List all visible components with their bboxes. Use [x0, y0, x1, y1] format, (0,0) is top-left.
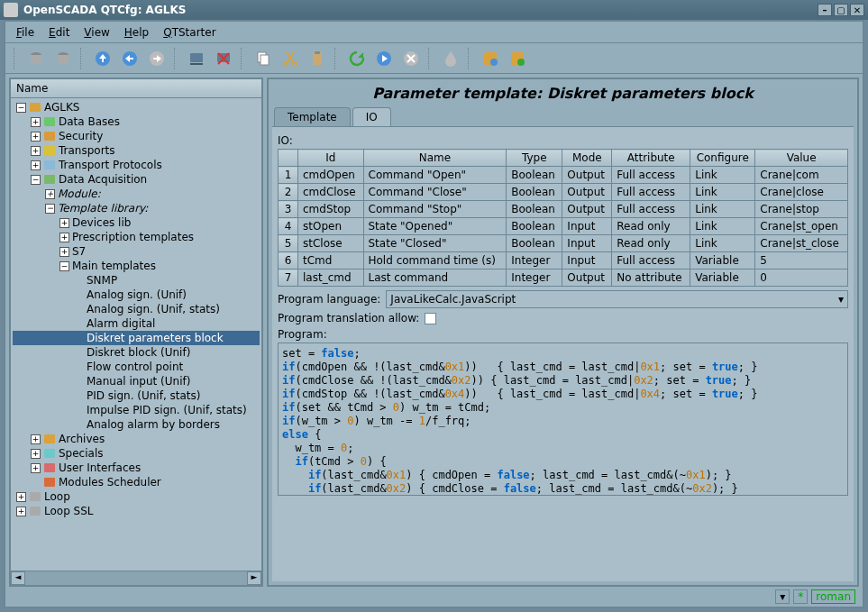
- tree-item[interactable]: Diskret parameters block: [13, 331, 260, 345]
- table-cell[interactable]: State "Closed": [363, 235, 507, 252]
- run-icon[interactable]: [371, 46, 397, 71]
- table-cell[interactable]: Variable: [690, 269, 755, 287]
- table-cell[interactable]: Full access: [612, 167, 690, 184]
- tree-item[interactable]: +S7: [13, 244, 260, 259]
- table-cell[interactable]: Read only: [612, 235, 690, 252]
- tree-item[interactable]: +Prescription templates: [13, 230, 260, 244]
- tool1-icon[interactable]: [478, 46, 503, 71]
- tree-item[interactable]: Alarm digital: [13, 316, 260, 331]
- tree-item[interactable]: Manual input (Unif): [13, 374, 260, 388]
- stop-icon[interactable]: [398, 46, 424, 71]
- table-cell[interactable]: Command "Open": [363, 167, 507, 184]
- table-cell[interactable]: Crane|st_close: [755, 235, 848, 252]
- menu-view[interactable]: View: [77, 24, 116, 41]
- table-cell[interactable]: Command "Stop": [363, 201, 507, 218]
- table-cell[interactable]: last_cmd: [298, 269, 364, 287]
- table-row[interactable]: 3cmdStopCommand "Stop"BooleanOutputFull …: [279, 201, 848, 218]
- table-cell[interactable]: Integer: [507, 252, 562, 269]
- table-cell[interactable]: stClose: [298, 235, 364, 252]
- io-col-header[interactable]: Configure: [690, 150, 755, 167]
- db-load-icon[interactable]: [23, 46, 49, 71]
- refresh-icon[interactable]: [344, 46, 370, 71]
- tree-toggle-icon[interactable]: −: [31, 175, 41, 185]
- table-cell[interactable]: No attribute: [612, 269, 690, 287]
- tree-item[interactable]: −Template library:: [13, 201, 260, 215]
- tree-item[interactable]: +Specials: [13, 446, 260, 461]
- table-cell[interactable]: Input: [562, 235, 612, 252]
- tree-item[interactable]: Modules Scheduler: [13, 475, 260, 489]
- tree-toggle-icon[interactable]: −: [16, 103, 26, 113]
- tree-toggle-icon[interactable]: −: [59, 261, 69, 271]
- program-editor[interactable]: set = false; if(cmdOpen && !(last_cmd&0x…: [278, 343, 848, 496]
- tree-item[interactable]: −Main templates: [13, 259, 260, 273]
- table-cell[interactable]: Hold command time (s): [363, 252, 507, 269]
- forward-icon[interactable]: [144, 46, 169, 71]
- status-dropdown[interactable]: ▾: [775, 589, 790, 604]
- tree-toggle-icon[interactable]: +: [31, 463, 41, 473]
- io-col-header[interactable]: Value: [755, 150, 848, 167]
- tree-toggle-icon[interactable]: +: [31, 434, 41, 444]
- tree-toggle-icon[interactable]: +: [31, 117, 41, 127]
- tree-item[interactable]: +Transports: [13, 143, 260, 158]
- table-cell[interactable]: stOpen: [298, 218, 364, 235]
- tree-item[interactable]: +Module:: [13, 187, 260, 201]
- table-cell[interactable]: Variable: [690, 252, 755, 269]
- table-cell[interactable]: Output: [562, 184, 612, 201]
- tab-template[interactable]: Template: [274, 107, 351, 126]
- tree-item[interactable]: −AGLKS: [13, 100, 260, 114]
- tree-item[interactable]: +Loop SSL: [13, 504, 260, 518]
- paste-icon[interactable]: [305, 46, 330, 71]
- maximize-button[interactable]: ▢: [834, 4, 848, 16]
- table-cell[interactable]: Input: [562, 252, 612, 269]
- table-cell[interactable]: State "Opened": [363, 218, 507, 235]
- tree-toggle-icon[interactable]: +: [16, 492, 26, 502]
- drop-icon[interactable]: [438, 46, 463, 71]
- cut-icon[interactable]: [278, 46, 303, 71]
- table-row[interactable]: 6tCmdHold command time (s)IntegerInputFu…: [279, 252, 848, 269]
- table-cell[interactable]: Boolean: [507, 235, 562, 252]
- table-cell[interactable]: Last command: [363, 269, 507, 287]
- table-row[interactable]: 5stCloseState "Closed"BooleanInputRead o…: [279, 235, 848, 252]
- table-cell[interactable]: Output: [562, 167, 612, 184]
- io-table[interactable]: IdNameTypeModeAttributeConfigureValue 1c…: [278, 149, 848, 287]
- table-cell[interactable]: cmdClose: [298, 184, 364, 201]
- io-col-header[interactable]: Type: [507, 150, 562, 167]
- table-cell[interactable]: cmdOpen: [298, 167, 364, 184]
- scroll-track[interactable]: [25, 571, 247, 585]
- table-cell[interactable]: Command "Close": [363, 184, 507, 201]
- io-col-header[interactable]: Id: [298, 150, 364, 167]
- tree-item[interactable]: Analog sign. (Unif): [13, 288, 260, 302]
- tree-toggle-icon[interactable]: +: [16, 507, 26, 516]
- table-cell[interactable]: Crane|close: [755, 184, 848, 201]
- table-cell[interactable]: Boolean: [507, 184, 562, 201]
- table-cell[interactable]: Link: [690, 218, 755, 235]
- io-col-header[interactable]: Attribute: [612, 150, 690, 167]
- add-item-icon[interactable]: [184, 46, 209, 71]
- tree-item[interactable]: +User Interfaces: [13, 461, 260, 475]
- scroll-right-icon[interactable]: ►: [247, 571, 261, 585]
- table-cell[interactable]: Link: [690, 235, 755, 252]
- status-user[interactable]: roman: [811, 589, 855, 604]
- tree-toggle-icon[interactable]: +: [31, 132, 41, 142]
- table-cell[interactable]: Output: [562, 269, 612, 287]
- table-cell[interactable]: Link: [690, 201, 755, 218]
- tree-toggle-icon[interactable]: +: [59, 218, 69, 228]
- tree-item[interactable]: Flow control point: [13, 360, 260, 374]
- db-save-icon[interactable]: [50, 46, 76, 71]
- menu-help[interactable]: Help: [117, 24, 156, 41]
- tree-item[interactable]: +Archives: [13, 432, 260, 446]
- menu-file[interactable]: File: [9, 24, 41, 41]
- tree-toggle-icon[interactable]: +: [31, 160, 41, 170]
- table-cell[interactable]: 0: [755, 269, 848, 287]
- table-cell[interactable]: Full access: [612, 201, 690, 218]
- table-row[interactable]: 4stOpenState "Opened"BooleanInputRead on…: [279, 218, 848, 235]
- tree-toggle-icon[interactable]: −: [45, 204, 55, 214]
- table-cell[interactable]: Integer: [507, 269, 562, 287]
- table-row[interactable]: 2cmdCloseCommand "Close"BooleanOutputFul…: [279, 184, 848, 201]
- tree-item[interactable]: SNMP: [13, 273, 260, 288]
- tree-toggle-icon[interactable]: +: [59, 233, 69, 242]
- table-cell[interactable]: tCmd: [298, 252, 364, 269]
- menu-qtstarter[interactable]: QTStarter: [156, 24, 223, 41]
- table-cell[interactable]: Crane|st_open: [755, 218, 848, 235]
- minimize-button[interactable]: –: [818, 4, 832, 16]
